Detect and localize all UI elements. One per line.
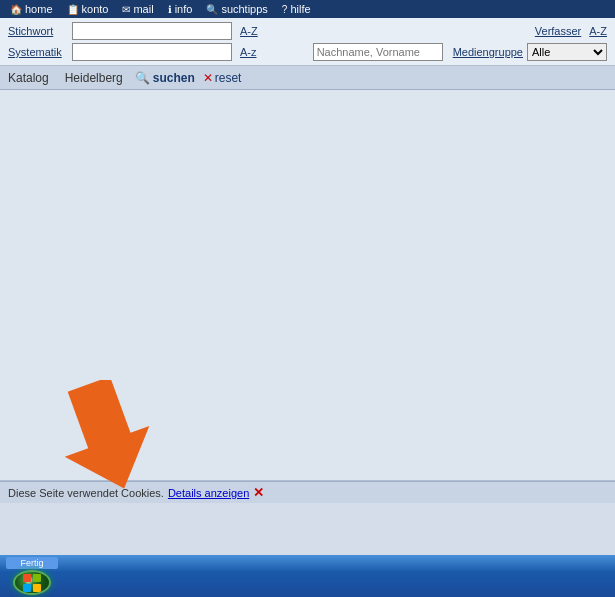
info-icon: ℹ: [168, 4, 172, 15]
nav-hilfe[interactable]: ? hilfe: [276, 2, 317, 16]
svg-rect-3: [23, 584, 31, 592]
nav-mail-label: mail: [133, 3, 153, 15]
fertig-label: Fertig: [6, 557, 58, 569]
svg-rect-4: [33, 584, 41, 592]
svg-rect-1: [23, 574, 31, 582]
sub-navigation: Katalog Heidelberg 🔍 suchen ✕ reset: [0, 66, 615, 90]
konto-icon: 📋: [67, 4, 79, 15]
start-button-area: Fertig: [6, 557, 58, 595]
search-icon: 🔍: [135, 71, 150, 85]
stichwort-az-link[interactable]: A-Z: [240, 25, 258, 37]
nav-konto[interactable]: 📋 konto: [61, 2, 115, 16]
stichwort-input[interactable]: [72, 22, 232, 40]
subnav-search-button[interactable]: 🔍 suchen: [135, 71, 195, 85]
verfasser-label[interactable]: Verfasser: [535, 25, 581, 37]
nav-suchtipps[interactable]: 🔍 suchtipps: [200, 2, 273, 16]
mediengruppe-label[interactable]: Mediengruppe: [453, 46, 523, 58]
mail-icon: ✉: [122, 4, 130, 15]
systematik-az-link[interactable]: A-z: [240, 46, 257, 58]
mediengruppe-select[interactable]: Alle: [527, 43, 607, 61]
nav-suchtipps-label: suchtipps: [221, 3, 267, 15]
subnav-heidelberg[interactable]: Heidelberg: [61, 69, 127, 87]
nachname-input[interactable]: [313, 43, 443, 61]
nav-home-label: home: [25, 3, 53, 15]
cookie-bar: Diese Seite verwendet Cookies. Details a…: [0, 481, 615, 503]
subnav-katalog[interactable]: Katalog: [4, 69, 53, 87]
stichwort-label[interactable]: Stichwort: [8, 25, 68, 37]
main-content: [0, 90, 615, 480]
verfasser-az-link[interactable]: A-Z: [589, 25, 607, 37]
systematik-input[interactable]: [72, 43, 232, 61]
nav-mail[interactable]: ✉ mail: [116, 2, 159, 16]
cookie-details-link[interactable]: Details anzeigen: [168, 487, 249, 499]
subnav-search-label: suchen: [153, 71, 195, 85]
nav-info-label: info: [175, 3, 193, 15]
home-icon: 🏠: [10, 4, 22, 15]
nav-info[interactable]: ℹ info: [162, 2, 199, 16]
svg-rect-2: [33, 574, 41, 582]
reset-icon: ✕: [203, 71, 213, 85]
nav-konto-label: konto: [82, 3, 109, 15]
hilfe-icon: ?: [282, 4, 288, 15]
top-navigation: 🏠 home 📋 konto ✉ mail ℹ info 🔍 suchtipps…: [0, 0, 615, 18]
subnav-reset-button[interactable]: ✕ reset: [203, 71, 242, 85]
nav-hilfe-label: hilfe: [290, 3, 310, 15]
nav-home[interactable]: 🏠 home: [4, 2, 59, 16]
taskbar: Fertig: [0, 555, 615, 597]
suchtipps-icon: 🔍: [206, 4, 218, 15]
subnav-reset-label: reset: [215, 71, 242, 85]
cookie-text: Diese Seite verwendet Cookies.: [8, 487, 164, 499]
cookie-close-button[interactable]: ✕: [253, 485, 264, 500]
start-button[interactable]: [13, 570, 51, 595]
svg-marker-0: [60, 380, 160, 490]
search-form: Stichwort A-Z Verfasser A-Z Systematik A…: [0, 18, 615, 66]
systematik-label[interactable]: Systematik: [8, 46, 68, 58]
